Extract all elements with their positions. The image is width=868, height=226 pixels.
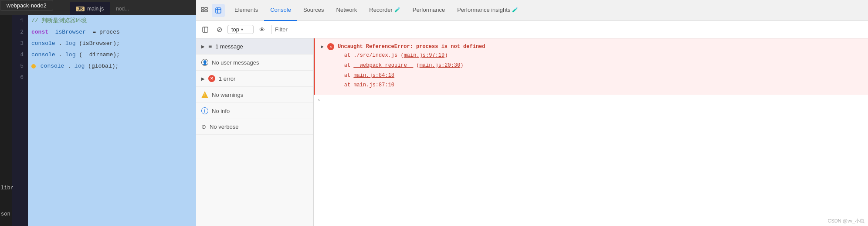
code-line-6 <box>31 72 193 83</box>
expand-arrow-icon: ▶ <box>201 44 205 49</box>
inspect-icon-btn[interactable] <box>198 4 211 17</box>
messages-panel: ▶ ≡ 1 message 👤 No user messages ▶ ✕ 1 e… <box>196 38 314 226</box>
gutter-6: 6 <box>20 72 24 83</box>
code-line-2: const isBrowser = proces <box>31 27 193 38</box>
msg-item-verbose[interactable]: ⊙ No verbose <box>196 119 313 135</box>
msg-item-messages[interactable]: ▶ ≡ 1 message <box>196 38 313 55</box>
chevron-down-icon: ▾ <box>241 27 243 32</box>
code-line-1: // 判断是浏览器环境 <box>31 15 193 27</box>
pointer-icon-btn[interactable] <box>212 4 225 17</box>
svg-rect-1 <box>205 7 207 9</box>
expand-arrow-error-icon: ▶ <box>201 76 205 81</box>
gutter-2: 2 <box>20 27 24 38</box>
svg-rect-3 <box>205 10 207 12</box>
son-label: son <box>1 211 10 217</box>
clear-console-btn[interactable]: ⊘ <box>214 24 225 35</box>
js-badge: JS <box>76 7 85 11</box>
code-line-3: console . log (isBrowser); <box>31 38 193 49</box>
line-numbers: 1 2 3 4 5 6 <box>12 15 28 226</box>
error-expand-arrow-icon[interactable]: ▶ <box>321 44 324 49</box>
verbose-icon: ⊙ <box>201 123 206 130</box>
expand-below-btn[interactable]: › <box>314 95 868 105</box>
error-circle-icon: ✕ <box>208 75 215 82</box>
tab-network[interactable]: Network <box>330 0 363 21</box>
svg-rect-0 <box>201 7 204 9</box>
tab-performance[interactable]: Performance <box>407 0 451 21</box>
stack-line-2: at __webpack_require__ (main.js:20:30) <box>332 61 862 71</box>
stack-line-4: at main.js:87:10 <box>332 80 862 90</box>
file-tab-nod[interactable]: nod... <box>110 2 135 15</box>
warning-icon: ! <box>201 91 208 98</box>
top-selector[interactable]: top ▾ <box>227 25 254 34</box>
attribution: CSDN @vv_小虫 <box>827 218 865 224</box>
gutter-3: 3 <box>20 38 24 49</box>
code-content: // 判断是浏览器环境 const isBrowser = proces con… <box>28 15 196 226</box>
gutter-1: 1 <box>20 15 24 27</box>
stack-line-3: at main.js:84:18 <box>332 71 862 81</box>
code-line-5: console . log (global); <box>31 61 193 72</box>
eye-btn[interactable]: 👁 <box>256 24 268 35</box>
tab-elements[interactable]: Elements <box>228 0 264 21</box>
msg-item-info[interactable]: i No info <box>196 103 313 119</box>
secondary-toolbar: ⊘ top ▾ 👁 <box>196 21 868 38</box>
tab-bar: Elements Console Sources Network Recorde… <box>196 0 868 21</box>
msg-item-warnings[interactable]: ! No warnings <box>196 87 313 103</box>
code-line-4: console . log (__dirname); <box>31 49 193 61</box>
error-entry: ▶ ✕ Uncaught ReferenceError: process is … <box>314 38 868 95</box>
svg-rect-2 <box>201 10 204 12</box>
error-panel: ▶ ✕ Uncaught ReferenceError: process is … <box>314 38 868 226</box>
tab-recorder[interactable]: Recorder 🧪 <box>363 0 406 21</box>
editor-left-margin: libr son <box>0 15 12 226</box>
error-stack: at ./src/index.js (main.js:97:19) at __w… <box>332 51 862 90</box>
tab-performance-insights[interactable]: Performance insights 🧪 <box>451 0 524 21</box>
main-area: ▶ ≡ 1 message 👤 No user messages ▶ ✕ 1 e… <box>196 38 868 226</box>
divider-vertical <box>271 25 271 34</box>
stack-line-1: at ./src/index.js (main.js:97:19) <box>332 51 862 61</box>
sidebar-toggle-btn[interactable] <box>200 24 211 35</box>
error-icon-red: ✕ <box>327 43 334 50</box>
libr-label: libr <box>1 185 14 191</box>
gutter-5: 5 <box>20 61 24 72</box>
tab-console[interactable]: Console <box>264 0 297 21</box>
info-icon: i <box>201 107 208 114</box>
list-icon: ≡ <box>208 43 212 50</box>
msg-item-error[interactable]: ▶ ✕ 1 error <box>196 71 313 87</box>
user-icon: 👤 <box>201 59 208 66</box>
svg-rect-7 <box>203 27 208 32</box>
file-tab-main[interactable]: JS main.js <box>70 2 110 15</box>
error-title: Uncaught ReferenceError: process is not … <box>338 43 485 51</box>
gutter-4: 4 <box>20 49 24 61</box>
breakpoint-dot <box>31 64 36 68</box>
msg-item-user[interactable]: 👤 No user messages <box>196 55 313 71</box>
tab-sources[interactable]: Sources <box>297 0 330 21</box>
svg-rect-4 <box>216 8 221 13</box>
filter-input[interactable] <box>275 26 865 33</box>
webpack-tooltip: webpack-node2 <box>0 0 53 11</box>
